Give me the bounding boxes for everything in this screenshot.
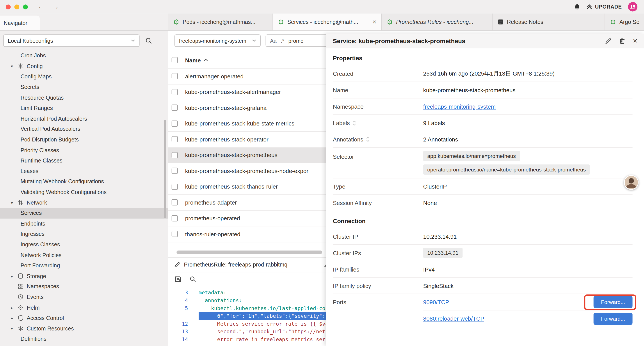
sidebar-item-limit-ranges[interactable]: Limit Ranges (0, 103, 168, 113)
sidebar-item-horizontal-pod-autoscalers[interactable]: Horizontal Pod Autoscalers (0, 113, 168, 124)
kubernetes-wheel-icon (173, 19, 179, 25)
gear-icon (17, 63, 24, 69)
expand-collapse-icon[interactable] (366, 137, 370, 141)
row-checkbox[interactable] (172, 136, 178, 142)
upgrade-button[interactable]: UPGRADE (586, 4, 622, 10)
regex-toggle[interactable]: .* (281, 37, 284, 43)
zoom-window-button[interactable] (23, 4, 28, 9)
tab-label: Pods - icecheng@mathmas... (182, 19, 268, 25)
bell-icon[interactable] (574, 3, 580, 10)
tab-release-notes[interactable]: Release Notes (492, 13, 605, 30)
chevron-right-icon[interactable]: ▸ (10, 316, 14, 320)
tab-prometheus-rules[interactable]: Prometheus Rules - icecheng... (382, 13, 492, 30)
expand-collapse-icon[interactable] (353, 120, 356, 125)
row-checkbox[interactable] (172, 105, 178, 111)
row-checkbox[interactable] (172, 231, 178, 237)
chevron-down-icon[interactable]: ▾ (10, 64, 14, 68)
tab-services[interactable]: Services - icecheng@math... × (273, 13, 382, 30)
sidebar-item-events[interactable]: Events (0, 292, 168, 303)
dock-tab-prometheusrule[interactable]: PrometheusRule: freeleaps-prod-rabbitmq (168, 258, 318, 272)
row-checkbox[interactable] (172, 215, 178, 221)
sidebar-item-definitions[interactable]: Definitions (0, 334, 168, 344)
minimize-window-button[interactable] (14, 4, 19, 9)
notification-count-badge[interactable]: 15 (628, 2, 638, 11)
properties-section-heading: Properties (333, 55, 632, 61)
sidebar-item-runtime-classes[interactable]: Runtime Classes (0, 155, 168, 166)
close-tab-icon[interactable]: × (373, 19, 376, 25)
sidebar-item-namespaces[interactable]: Namespaces (0, 281, 168, 292)
sidebar-item-mutating-webhook-configurations[interactable]: Mutating Webhook Configurations (0, 176, 168, 187)
search-icon[interactable] (145, 37, 152, 44)
selector-badge: operator.prometheus.io/name=kube-prometh… (423, 164, 590, 175)
sidebar-item-resource-quotas[interactable]: Resource Quotas (0, 92, 168, 103)
row-checkbox[interactable] (172, 200, 178, 206)
row-checkbox[interactable] (172, 168, 178, 174)
navigator-panel-tab[interactable]: Navigator (0, 15, 40, 30)
sidebar-scrollbar[interactable] (164, 120, 166, 218)
sidebar-item-access-control[interactable]: ▸ Access Control (0, 313, 168, 323)
forward-button[interactable]: Forward... (594, 313, 632, 325)
row-checkbox[interactable] (172, 73, 178, 79)
kubernetes-wheel-icon (278, 19, 284, 25)
lens-app-window: ← → UPGRADE 15 Navigator (0, 0, 644, 346)
chevron-right-icon[interactable]: ▸ (10, 305, 14, 310)
sidebar-item-pod-disruption-budgets[interactable]: Pod Disruption Budgets (0, 134, 168, 145)
namespace-filter-dropdown[interactable]: freeleaps-monitoring-system (174, 34, 260, 47)
trash-icon[interactable] (619, 37, 625, 44)
chevron-right-icon[interactable]: ▸ (10, 274, 14, 278)
edit-icon[interactable] (605, 37, 612, 44)
property-row-ports: Ports 9090/TCP Forward... 8080:reloader-… (333, 294, 632, 327)
sidebar-item-storage[interactable]: ▸ Storage (0, 271, 168, 281)
namespace-link[interactable]: freeleaps-monitoring-system (423, 103, 496, 110)
tab-argo[interactable]: Argo Se (605, 13, 644, 30)
sidebar-item-helm[interactable]: ▸ Helm (0, 303, 168, 313)
sidebar-item-secrets[interactable]: Secrets (0, 82, 168, 92)
sidebar-item-port-forwarding[interactable]: Port Forwarding (0, 260, 168, 271)
sidebar-item-endpoints[interactable]: Endpoints (0, 218, 168, 229)
port-link-9090[interactable]: 9090/TCP (423, 299, 449, 305)
match-case-toggle[interactable]: Aa (270, 37, 277, 43)
row-checkbox[interactable] (172, 152, 178, 158)
sidebar-item-custom-resources[interactable]: ▾ Custom Resources (0, 323, 168, 334)
sidebar-item-cron-jobs[interactable]: Cron Jobs (0, 50, 168, 61)
search-icon[interactable] (190, 276, 196, 282)
sidebar-item-leases[interactable]: Leases (0, 166, 168, 176)
close-icon[interactable]: × (633, 37, 638, 45)
sidebar-item-priority-classes[interactable]: Priority Classes (0, 145, 168, 155)
sidebar-item-ingress-classes[interactable]: Ingress Classes (0, 239, 168, 250)
chevron-down-icon[interactable]: ▾ (10, 200, 14, 205)
sidebar-item-config-maps[interactable]: Config Maps (0, 71, 168, 82)
kubeconfig-selector[interactable]: Local Kubeconfigs (3, 34, 140, 47)
row-checkbox[interactable] (172, 184, 178, 190)
sidebar-item-network-policies[interactable]: Network Policies (0, 250, 168, 260)
navigator-label: Navigator (4, 20, 28, 26)
arrows-up-down-icon (17, 200, 24, 205)
row-checkbox[interactable] (172, 120, 178, 127)
pencil-icon (174, 262, 180, 268)
save-icon[interactable] (175, 276, 182, 282)
clock-icon (17, 294, 24, 300)
property-row-ip-families: IP families IPv4 (333, 261, 632, 278)
port-link-8080[interactable]: 8080:reloader-web/TCP (423, 315, 484, 322)
forward-button[interactable]: Forward... (594, 296, 632, 308)
back-arrow-icon[interactable]: ← (38, 3, 45, 11)
sidebar-item-network[interactable]: ▾ Network (0, 197, 168, 208)
select-all-checkbox[interactable] (172, 57, 178, 63)
user-avatar[interactable] (624, 175, 638, 190)
port-line: 8080:reloader-web/TCP Forward... (423, 311, 632, 327)
sidebar-item-services[interactable]: Services (0, 208, 168, 218)
forward-arrow-icon[interactable]: → (52, 3, 59, 11)
sidebar-item-vertical-pod-autoscalers[interactable]: Vertical Pod Autoscalers (0, 124, 168, 134)
sidebar-item-config[interactable]: ▾ Config (0, 61, 168, 71)
sidebar-item-ingresses[interactable]: Ingresses (0, 229, 168, 239)
chevron-down-icon[interactable]: ▾ (10, 326, 14, 331)
name-column-header[interactable]: Name (185, 57, 201, 63)
tab-label: Release Notes (507, 19, 600, 25)
close-window-button[interactable] (6, 4, 10, 9)
sort-ascending-icon[interactable] (204, 59, 208, 61)
tab-pods[interactable]: Pods - icecheng@mathmas... (168, 13, 273, 30)
row-checkbox[interactable] (172, 89, 178, 95)
horizontal-scrollbar[interactable] (176, 251, 322, 254)
sidebar-item-validating-webhook-configurations[interactable]: Validating Webhook Configurations (0, 187, 168, 197)
search-input[interactable]: Aa .* prome (266, 34, 334, 47)
